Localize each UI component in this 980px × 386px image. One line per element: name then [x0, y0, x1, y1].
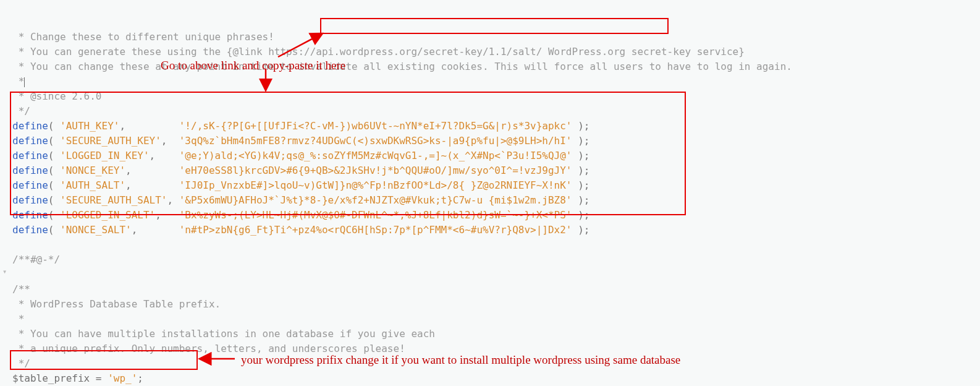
- comment-line: * WordPress Database Table prefix.: [12, 298, 221, 310]
- define-row: define( 'NONCE_SALT', 'n#tP>zbN{g6_Ft}Ti…: [12, 224, 589, 236]
- highlight-box-defines: [10, 92, 686, 215]
- table-prefix-line: $table_prefix = 'wp_';: [12, 372, 143, 384]
- annotation-bottom: your wordpress prifix change it if you w…: [241, 351, 680, 369]
- comment-line: * You can generate these using the {@lin…: [12, 46, 745, 58]
- comment-line: * You can change these at any point in t…: [12, 61, 792, 72]
- annotation-top: Go to above link and copy-paste it here: [161, 57, 345, 75]
- comment-line: * Change these to different unique phras…: [12, 31, 274, 43]
- comment-line: *: [12, 313, 24, 325]
- comment-line: /**#@-*/: [12, 254, 60, 265]
- highlight-box-prefix: [10, 350, 198, 370]
- comment-line: *: [12, 75, 25, 87]
- fold-triangle-icon: ▾: [2, 266, 7, 277]
- highlight-box-link: [320, 18, 669, 34]
- comment-line: * You can have multiple installations in…: [12, 328, 435, 340]
- comment-line: /**: [12, 283, 30, 295]
